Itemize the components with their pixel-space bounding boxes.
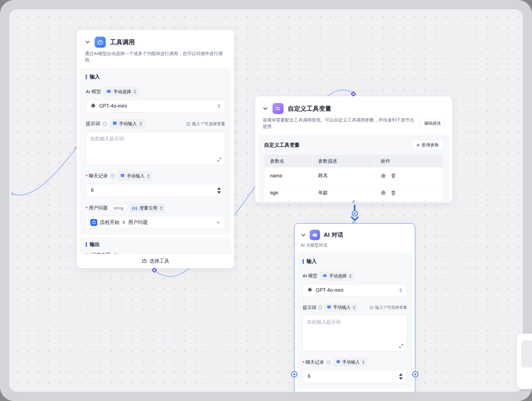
prompt-mode-badge[interactable]: T 手动输入 [324, 303, 358, 312]
variable-icon: {x} [132, 206, 137, 210]
workflow-canvas[interactable]: 工具调用 通过AI模型自动选择一个或多个功能块进行调用，也可以对插件进行调用。 … [9, 9, 523, 392]
source-node: 流程开始 [100, 219, 119, 226]
vars-output-handle[interactable] [352, 200, 355, 203]
chat-right-plus-handle[interactable] [412, 371, 419, 379]
prompt-textarea-wrap [303, 315, 407, 351]
type-pill: string [110, 204, 127, 212]
chevron-updown-icon [147, 174, 150, 178]
side-tab-handle[interactable] [521, 340, 532, 367]
section-title-output: 输出 [90, 241, 100, 248]
help-icon[interactable]: ? [318, 305, 323, 310]
svg-text:T: T [114, 122, 115, 124]
wire-endpoint-handle[interactable] [11, 193, 14, 195]
table-row: name 姓名 [264, 167, 443, 184]
model-mode-badge[interactable]: 手动选择 [320, 271, 355, 281]
svg-text:?: ? [112, 175, 113, 177]
help-icon[interactable]: ? [327, 360, 331, 364]
info-icon [186, 122, 190, 126]
text-input-icon: T [112, 121, 117, 127]
chevron-updown-icon [159, 206, 163, 210]
svg-text:?: ? [320, 306, 321, 309]
add-param-button[interactable]: 新增参数 [412, 140, 443, 150]
gear-icon[interactable] [381, 173, 386, 179]
history-number-input[interactable] [303, 374, 407, 379]
question-label: 用户问题 [89, 205, 108, 211]
section-title-input: 输入 [307, 258, 317, 265]
model-mode-badge[interactable]: 手动选择 [104, 87, 139, 97]
briefcase-icon [95, 37, 106, 48]
openai-logo-icon [307, 287, 313, 294]
collapse-chevron-icon[interactable] [263, 106, 268, 111]
svg-text:T: T [328, 306, 330, 308]
prompt-textarea[interactable] [90, 136, 221, 161]
prompt-textarea[interactable] [307, 319, 402, 347]
side-tab-panel[interactable] [517, 334, 532, 389]
params-table: 参数名 参数描述 操作 name 姓名 age 年龄 [264, 155, 443, 201]
param-name: name [264, 173, 313, 179]
chevron-right-icon [122, 220, 126, 224]
col-header-ops: 操作 [375, 155, 443, 167]
prompt-label: 提示词 [303, 305, 316, 311]
chevron-updown-icon [362, 360, 365, 364]
number-stepper[interactable] [217, 184, 221, 197]
node-custom-tool-vars[interactable]: 自定义工具变量 该模块需要配合工具调用使用。可以自定义工具调用参数，并传递到下游… [255, 96, 452, 203]
ai-model-label: AI 模型 [303, 273, 317, 279]
step-up-icon [399, 373, 403, 376]
chevron-down-icon [216, 220, 221, 224]
param-name: age [264, 190, 313, 196]
robot-icon [323, 273, 327, 279]
trash-icon[interactable] [391, 190, 396, 196]
history-number-input-wrap [86, 184, 225, 197]
expand-icon[interactable] [217, 157, 221, 162]
chevron-updown-icon [133, 89, 137, 94]
chevron-updown-icon [353, 306, 356, 310]
node-title: AI 对话 [324, 231, 343, 239]
gear-icon[interactable] [381, 190, 386, 196]
number-stepper[interactable] [399, 370, 403, 383]
select-tool-button[interactable]: 选择工具 [77, 254, 234, 268]
model-value: GPT-4o-mini [99, 103, 214, 109]
history-mode-badge[interactable]: n: 手动输入 [333, 358, 368, 367]
section-bar [303, 259, 304, 264]
node-tool-call[interactable]: 工具调用 通过AI模型自动选择一个或多个功能块进行调用，也可以对插件进行调用。 … [76, 30, 234, 268]
svg-text:?: ? [328, 361, 329, 364]
number-input-icon: n: [120, 173, 125, 179]
prompt-label: 提示词 [86, 121, 100, 127]
collapse-chevron-icon[interactable] [301, 232, 306, 238]
openai-logo-icon [90, 103, 96, 110]
chat-left-plus-handle[interactable] [291, 371, 298, 379]
question-source-select[interactable]: 流程开始 用户问题 [86, 216, 225, 229]
svg-text:n:: n: [337, 360, 339, 363]
prompt-mode-badge[interactable]: T 手动输入 [110, 119, 145, 129]
edit-description-button[interactable]: 编辑描述 [420, 118, 445, 128]
required-asterisk: * [86, 173, 88, 179]
model-value: GPT-4o-mini [316, 288, 396, 293]
robot-icon [106, 89, 111, 95]
table-header: 参数名 参数描述 操作 [264, 155, 443, 167]
model-select[interactable]: GPT-4o-mini [303, 284, 407, 297]
history-number-input[interactable] [86, 188, 225, 193]
question-mode-badge[interactable]: {x} 变量引用 [129, 203, 166, 213]
collapse-chevron-icon[interactable] [85, 39, 90, 45]
app-window: 工具调用 通过AI模型自动选择一个或多个功能块进行调用，也可以对插件进行调用。 … [0, 0, 532, 401]
help-icon[interactable]: ? [103, 121, 107, 126]
history-mode-badge[interactable]: n: 手动输入 [117, 171, 153, 181]
variable-hint: 输入"/"可选择变量 [370, 305, 407, 310]
step-down-icon [217, 191, 221, 194]
svg-text:?: ? [104, 122, 106, 125]
input-panel: 输入 AI 模型 手动选择 GPT-4o-mini 提示词 ? T [80, 68, 231, 235]
number-input-icon: n: [336, 359, 340, 365]
history-label: 聊天记录 [89, 173, 108, 179]
trash-icon[interactable] [391, 173, 396, 178]
help-icon[interactable]: ? [110, 174, 115, 178]
expand-icon[interactable] [399, 344, 403, 348]
wire-into-tool-node [13, 150, 75, 195]
flow-start-icon [90, 219, 97, 226]
required-asterisk: * [86, 205, 88, 211]
model-select[interactable]: GPT-4o-mini [86, 100, 225, 113]
node-ai-chat[interactable]: AI 对话 AI 大模型对话 输入 AI 模型 手动选择 GPT-4o-mini [294, 223, 415, 392]
input-panel: 输入 AI 模型 手动选择 GPT-4o-mini 提示词 ? T [297, 252, 413, 388]
history-label: 聊天记录 [306, 359, 324, 365]
history-number-input-wrap [303, 370, 407, 383]
step-down-icon [399, 377, 403, 380]
